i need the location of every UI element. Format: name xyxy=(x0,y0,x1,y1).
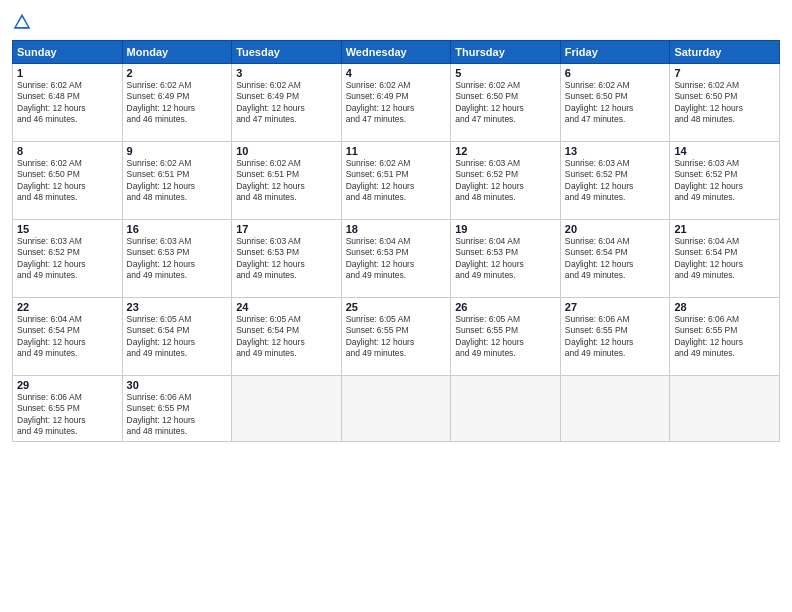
day-number: 7 xyxy=(674,67,775,79)
day-number: 18 xyxy=(346,223,447,235)
day-number: 9 xyxy=(127,145,228,157)
day-info: Sunrise: 6:04 AMSunset: 6:53 PMDaylight:… xyxy=(346,236,447,282)
calendar-cell: 20 Sunrise: 6:04 AMSunset: 6:54 PMDaylig… xyxy=(560,220,670,298)
day-info: Sunrise: 6:05 AMSunset: 6:55 PMDaylight:… xyxy=(455,314,556,360)
day-number: 12 xyxy=(455,145,556,157)
calendar: SundayMondayTuesdayWednesdayThursdayFrid… xyxy=(12,40,780,442)
day-number: 6 xyxy=(565,67,666,79)
calendar-cell: 11 Sunrise: 6:02 AMSunset: 6:51 PMDaylig… xyxy=(341,142,451,220)
calendar-cell: 5 Sunrise: 6:02 AMSunset: 6:50 PMDayligh… xyxy=(451,64,561,142)
day-number: 11 xyxy=(346,145,447,157)
day-number: 23 xyxy=(127,301,228,313)
day-number: 17 xyxy=(236,223,337,235)
day-number: 8 xyxy=(17,145,118,157)
day-number: 16 xyxy=(127,223,228,235)
calendar-cell: 9 Sunrise: 6:02 AMSunset: 6:51 PMDayligh… xyxy=(122,142,232,220)
day-number: 28 xyxy=(674,301,775,313)
header-row: SundayMondayTuesdayWednesdayThursdayFrid… xyxy=(13,41,780,64)
day-number: 13 xyxy=(565,145,666,157)
day-number: 2 xyxy=(127,67,228,79)
calendar-cell xyxy=(560,376,670,442)
day-number: 25 xyxy=(346,301,447,313)
calendar-cell: 13 Sunrise: 6:03 AMSunset: 6:52 PMDaylig… xyxy=(560,142,670,220)
calendar-cell: 6 Sunrise: 6:02 AMSunset: 6:50 PMDayligh… xyxy=(560,64,670,142)
day-info: Sunrise: 6:02 AMSunset: 6:49 PMDaylight:… xyxy=(236,80,337,126)
day-info: Sunrise: 6:04 AMSunset: 6:54 PMDaylight:… xyxy=(674,236,775,282)
day-number: 26 xyxy=(455,301,556,313)
day-number: 10 xyxy=(236,145,337,157)
day-number: 5 xyxy=(455,67,556,79)
calendar-cell: 29 Sunrise: 6:06 AMSunset: 6:55 PMDaylig… xyxy=(13,376,123,442)
calendar-cell: 25 Sunrise: 6:05 AMSunset: 6:55 PMDaylig… xyxy=(341,298,451,376)
day-info: Sunrise: 6:06 AMSunset: 6:55 PMDaylight:… xyxy=(17,392,118,438)
day-header: Saturday xyxy=(670,41,780,64)
day-number: 4 xyxy=(346,67,447,79)
day-info: Sunrise: 6:02 AMSunset: 6:49 PMDaylight:… xyxy=(346,80,447,126)
day-info: Sunrise: 6:02 AMSunset: 6:50 PMDaylight:… xyxy=(17,158,118,204)
calendar-body: 1 Sunrise: 6:02 AMSunset: 6:48 PMDayligh… xyxy=(13,64,780,442)
day-number: 24 xyxy=(236,301,337,313)
calendar-cell: 27 Sunrise: 6:06 AMSunset: 6:55 PMDaylig… xyxy=(560,298,670,376)
day-info: Sunrise: 6:02 AMSunset: 6:50 PMDaylight:… xyxy=(674,80,775,126)
day-number: 19 xyxy=(455,223,556,235)
calendar-cell: 26 Sunrise: 6:05 AMSunset: 6:55 PMDaylig… xyxy=(451,298,561,376)
calendar-header: SundayMondayTuesdayWednesdayThursdayFrid… xyxy=(13,41,780,64)
calendar-cell: 10 Sunrise: 6:02 AMSunset: 6:51 PMDaylig… xyxy=(232,142,342,220)
day-number: 3 xyxy=(236,67,337,79)
day-header: Friday xyxy=(560,41,670,64)
day-number: 22 xyxy=(17,301,118,313)
calendar-cell: 4 Sunrise: 6:02 AMSunset: 6:49 PMDayligh… xyxy=(341,64,451,142)
day-number: 30 xyxy=(127,379,228,391)
day-info: Sunrise: 6:06 AMSunset: 6:55 PMDaylight:… xyxy=(674,314,775,360)
day-number: 15 xyxy=(17,223,118,235)
week-row: 29 Sunrise: 6:06 AMSunset: 6:55 PMDaylig… xyxy=(13,376,780,442)
calendar-cell: 22 Sunrise: 6:04 AMSunset: 6:54 PMDaylig… xyxy=(13,298,123,376)
calendar-cell: 3 Sunrise: 6:02 AMSunset: 6:49 PMDayligh… xyxy=(232,64,342,142)
day-header: Tuesday xyxy=(232,41,342,64)
day-info: Sunrise: 6:03 AMSunset: 6:52 PMDaylight:… xyxy=(565,158,666,204)
week-row: 15 Sunrise: 6:03 AMSunset: 6:52 PMDaylig… xyxy=(13,220,780,298)
calendar-cell: 14 Sunrise: 6:03 AMSunset: 6:52 PMDaylig… xyxy=(670,142,780,220)
calendar-cell: 28 Sunrise: 6:06 AMSunset: 6:55 PMDaylig… xyxy=(670,298,780,376)
calendar-cell: 8 Sunrise: 6:02 AMSunset: 6:50 PMDayligh… xyxy=(13,142,123,220)
week-row: 8 Sunrise: 6:02 AMSunset: 6:50 PMDayligh… xyxy=(13,142,780,220)
calendar-cell: 19 Sunrise: 6:04 AMSunset: 6:53 PMDaylig… xyxy=(451,220,561,298)
header xyxy=(12,12,780,32)
calendar-cell: 24 Sunrise: 6:05 AMSunset: 6:54 PMDaylig… xyxy=(232,298,342,376)
day-header: Sunday xyxy=(13,41,123,64)
logo-icon xyxy=(12,12,32,32)
calendar-cell: 21 Sunrise: 6:04 AMSunset: 6:54 PMDaylig… xyxy=(670,220,780,298)
day-number: 27 xyxy=(565,301,666,313)
day-info: Sunrise: 6:02 AMSunset: 6:51 PMDaylight:… xyxy=(346,158,447,204)
day-info: Sunrise: 6:02 AMSunset: 6:50 PMDaylight:… xyxy=(455,80,556,126)
calendar-cell: 17 Sunrise: 6:03 AMSunset: 6:53 PMDaylig… xyxy=(232,220,342,298)
calendar-cell: 16 Sunrise: 6:03 AMSunset: 6:53 PMDaylig… xyxy=(122,220,232,298)
day-info: Sunrise: 6:04 AMSunset: 6:54 PMDaylight:… xyxy=(565,236,666,282)
day-info: Sunrise: 6:06 AMSunset: 6:55 PMDaylight:… xyxy=(565,314,666,360)
calendar-cell: 12 Sunrise: 6:03 AMSunset: 6:52 PMDaylig… xyxy=(451,142,561,220)
day-info: Sunrise: 6:06 AMSunset: 6:55 PMDaylight:… xyxy=(127,392,228,438)
calendar-cell: 1 Sunrise: 6:02 AMSunset: 6:48 PMDayligh… xyxy=(13,64,123,142)
day-info: Sunrise: 6:02 AMSunset: 6:50 PMDaylight:… xyxy=(565,80,666,126)
day-header: Thursday xyxy=(451,41,561,64)
week-row: 1 Sunrise: 6:02 AMSunset: 6:48 PMDayligh… xyxy=(13,64,780,142)
day-number: 14 xyxy=(674,145,775,157)
day-info: Sunrise: 6:04 AMSunset: 6:53 PMDaylight:… xyxy=(455,236,556,282)
week-row: 22 Sunrise: 6:04 AMSunset: 6:54 PMDaylig… xyxy=(13,298,780,376)
day-info: Sunrise: 6:04 AMSunset: 6:54 PMDaylight:… xyxy=(17,314,118,360)
calendar-cell: 30 Sunrise: 6:06 AMSunset: 6:55 PMDaylig… xyxy=(122,376,232,442)
day-header: Wednesday xyxy=(341,41,451,64)
calendar-cell xyxy=(670,376,780,442)
day-info: Sunrise: 6:03 AMSunset: 6:53 PMDaylight:… xyxy=(236,236,337,282)
calendar-cell: 23 Sunrise: 6:05 AMSunset: 6:54 PMDaylig… xyxy=(122,298,232,376)
day-number: 21 xyxy=(674,223,775,235)
day-info: Sunrise: 6:03 AMSunset: 6:52 PMDaylight:… xyxy=(674,158,775,204)
day-info: Sunrise: 6:02 AMSunset: 6:48 PMDaylight:… xyxy=(17,80,118,126)
day-info: Sunrise: 6:05 AMSunset: 6:54 PMDaylight:… xyxy=(127,314,228,360)
calendar-cell xyxy=(341,376,451,442)
day-info: Sunrise: 6:03 AMSunset: 6:52 PMDaylight:… xyxy=(455,158,556,204)
day-info: Sunrise: 6:03 AMSunset: 6:53 PMDaylight:… xyxy=(127,236,228,282)
day-info: Sunrise: 6:02 AMSunset: 6:49 PMDaylight:… xyxy=(127,80,228,126)
calendar-cell xyxy=(451,376,561,442)
day-number: 20 xyxy=(565,223,666,235)
